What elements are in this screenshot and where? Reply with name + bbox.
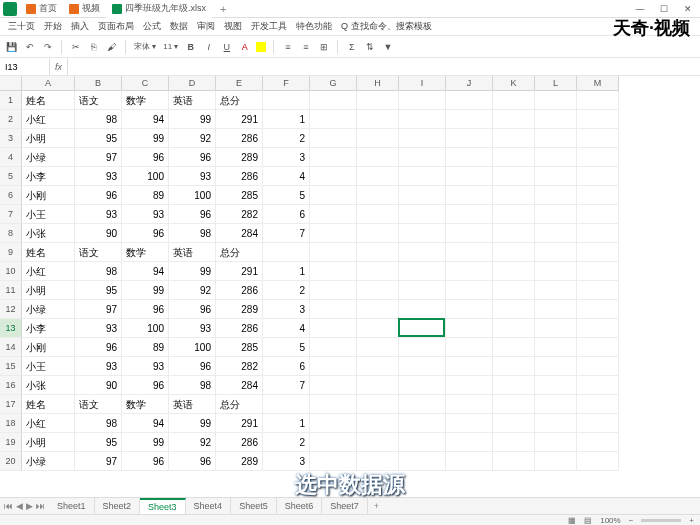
cell[interactable] [577,414,619,433]
cell[interactable] [493,357,535,376]
cell[interactable]: 姓名 [22,91,75,110]
cell[interactable] [357,452,399,471]
merge-icon[interactable]: ⊞ [317,40,330,53]
view-page-icon[interactable]: ▤ [584,516,592,525]
cell[interactable]: 96 [169,300,216,319]
cell[interactable]: 96 [169,452,216,471]
cell[interactable] [446,110,493,129]
col-header[interactable]: H [357,76,399,91]
cell[interactable] [493,300,535,319]
col-header[interactable]: M [577,76,619,91]
cell[interactable]: 97 [75,300,122,319]
cell[interactable] [577,224,619,243]
cell[interactable] [535,376,577,395]
cell[interactable]: 96 [122,300,169,319]
cell[interactable]: 95 [75,433,122,452]
cell[interactable]: 总分 [216,243,263,262]
cell[interactable]: 93 [169,167,216,186]
row-header[interactable]: 4 [0,148,22,167]
cell[interactable]: 数学 [122,243,169,262]
cell[interactable] [399,91,446,110]
cell[interactable] [577,395,619,414]
cell[interactable] [357,300,399,319]
sheet-tab[interactable]: Sheet5 [231,498,277,515]
cell[interactable] [577,452,619,471]
cell[interactable]: 小绿 [22,300,75,319]
col-header[interactable]: F [263,76,310,91]
zoom-level[interactable]: 100% [600,516,620,525]
row-header[interactable]: 11 [0,281,22,300]
cell[interactable] [535,91,577,110]
italic-icon[interactable]: I [202,40,215,53]
cell[interactable] [493,205,535,224]
cell[interactable]: 284 [216,224,263,243]
cell[interactable]: 95 [75,281,122,300]
cell[interactable]: 98 [169,376,216,395]
close-button[interactable]: ✕ [676,0,700,18]
col-header[interactable]: K [493,76,535,91]
cell[interactable] [493,281,535,300]
font-select[interactable]: 宋体 ▾ [133,41,157,52]
cell[interactable] [493,224,535,243]
cell[interactable] [577,319,619,338]
cell[interactable]: 99 [169,414,216,433]
menu-item[interactable]: 审阅 [197,20,215,33]
cell[interactable]: 100 [122,319,169,338]
cell[interactable]: 英语 [169,243,216,262]
cell[interactable] [446,395,493,414]
cell[interactable]: 小刚 [22,338,75,357]
cell[interactable] [493,243,535,262]
cell[interactable] [310,338,357,357]
cell[interactable] [535,205,577,224]
col-header[interactable]: B [75,76,122,91]
cell[interactable] [310,376,357,395]
cell[interactable] [357,433,399,452]
cell[interactable] [399,110,446,129]
cell[interactable] [310,129,357,148]
next-sheet-icon[interactable]: ▶ [26,501,33,511]
cell[interactable] [399,243,446,262]
cell[interactable]: 总分 [216,395,263,414]
cell[interactable] [310,357,357,376]
cell[interactable]: 94 [122,414,169,433]
cell[interactable] [263,243,310,262]
cell[interactable] [310,110,357,129]
cell[interactable] [357,262,399,281]
cell[interactable]: 99 [122,281,169,300]
bold-icon[interactable]: B [184,40,197,53]
name-box[interactable]: I13 [0,58,50,75]
cell[interactable]: 96 [75,186,122,205]
cell[interactable] [357,243,399,262]
cell[interactable] [535,110,577,129]
cell[interactable] [399,167,446,186]
cell[interactable] [310,395,357,414]
row-header[interactable]: 14 [0,338,22,357]
cell[interactable] [577,205,619,224]
cell[interactable]: 100 [122,167,169,186]
cell[interactable]: 286 [216,129,263,148]
format-painter-icon[interactable]: 🖌 [105,40,118,53]
cell[interactable] [310,319,357,338]
cell[interactable]: 5 [263,338,310,357]
cell[interactable]: 99 [169,262,216,281]
cell[interactable]: 93 [75,357,122,376]
cell[interactable] [446,414,493,433]
cell[interactable] [535,433,577,452]
menu-item[interactable]: 开发工具 [251,20,287,33]
cell[interactable]: 姓名 [22,243,75,262]
font-color-icon[interactable]: A [238,40,251,53]
cell[interactable]: 98 [75,262,122,281]
cell[interactable]: 286 [216,167,263,186]
row-header[interactable]: 2 [0,110,22,129]
col-header[interactable]: L [535,76,577,91]
cell[interactable]: 7 [263,224,310,243]
cell[interactable]: 92 [169,281,216,300]
fx-button[interactable]: fx [50,58,68,75]
cell[interactable] [446,148,493,167]
cell[interactable] [310,148,357,167]
cell[interactable]: 小张 [22,376,75,395]
cell[interactable]: 90 [75,224,122,243]
cell[interactable]: 小红 [22,414,75,433]
cell[interactable]: 3 [263,300,310,319]
cell[interactable]: 语文 [75,395,122,414]
